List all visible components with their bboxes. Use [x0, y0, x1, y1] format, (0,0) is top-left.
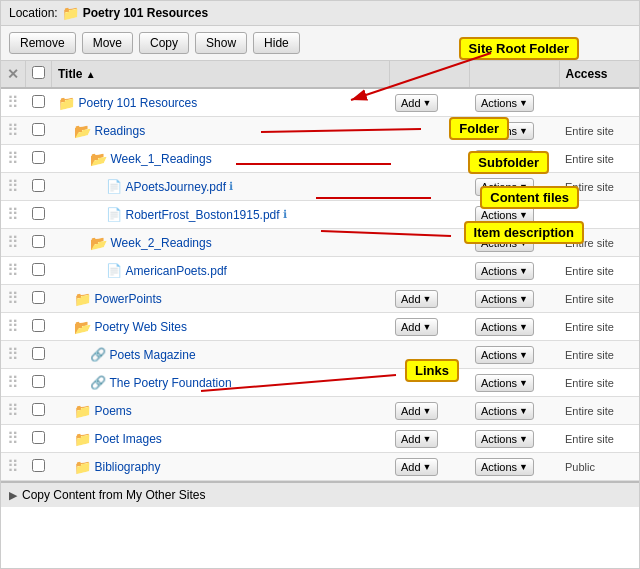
row-actions-cell: Actions ▼: [469, 257, 559, 285]
location-bar: Location: 📁 Poetry 101 Resources: [1, 1, 639, 26]
show-button[interactable]: Show: [195, 32, 247, 54]
item-title-link[interactable]: Week_1_Readings: [111, 152, 212, 166]
plus-folder-icon: 📁: [74, 403, 91, 419]
row-checkbox[interactable]: [32, 179, 45, 192]
item-title-link[interactable]: RobertFrost_Boston1915.pdf: [126, 208, 280, 222]
row-checkbox[interactable]: [32, 319, 45, 332]
item-title-link[interactable]: Poetry 101 Resources: [79, 96, 198, 110]
actions-button[interactable]: Actions ▼: [475, 290, 534, 308]
actions-button[interactable]: Actions ▼: [475, 94, 534, 112]
row-checkbox[interactable]: [32, 207, 45, 220]
item-title-link[interactable]: Poetry Web Sites: [95, 320, 187, 334]
actions-button[interactable]: Actions ▼: [475, 458, 534, 476]
drag-handle-icon[interactable]: ⠿: [7, 178, 19, 195]
actions-button[interactable]: Actions ▼: [475, 234, 534, 252]
th-title[interactable]: Title ▲: [52, 61, 390, 88]
row-access-cell: Entire site: [559, 173, 639, 201]
drag-handle-icon[interactable]: ⠿: [7, 150, 19, 167]
actions-button[interactable]: Actions ▼: [475, 262, 534, 280]
actions-button[interactable]: Actions ▼: [475, 402, 534, 420]
actions-button[interactable]: Actions ▼: [475, 430, 534, 448]
drag-handle-icon[interactable]: ⠿: [7, 94, 19, 111]
hide-button[interactable]: Hide: [253, 32, 300, 54]
plus-folder-icon: 📁: [74, 431, 91, 447]
drag-handle-cell: ⠿: [1, 285, 26, 313]
row-checkbox[interactable]: [32, 235, 45, 248]
item-title-link[interactable]: PowerPoints: [95, 292, 162, 306]
move-button[interactable]: Move: [82, 32, 133, 54]
copy-content-row[interactable]: ▶ Copy Content from My Other Sites: [1, 481, 639, 507]
drag-handle-icon[interactable]: ⠿: [7, 122, 19, 139]
table-row: ⠿📄RobertFrost_Boston1915.pdfℹActions ▼: [1, 201, 639, 229]
location-label: Location:: [9, 6, 58, 20]
actions-button[interactable]: Actions ▼: [475, 346, 534, 364]
drag-handle-icon[interactable]: ⠿: [7, 430, 19, 447]
drag-handle-icon[interactable]: ⠿: [7, 458, 19, 475]
row-checkbox[interactable]: [32, 431, 45, 444]
item-title-link[interactable]: Bibliography: [95, 460, 161, 474]
actions-dropdown-arrow: ▼: [519, 350, 528, 360]
drag-handle-icon[interactable]: ⠿: [7, 206, 19, 223]
row-checkbox[interactable]: [32, 291, 45, 304]
add-button[interactable]: Add ▼: [395, 402, 438, 420]
row-title-cell: 📂Week_1_Readings: [52, 145, 390, 173]
row-actions-cell: Actions ▼: [469, 117, 559, 145]
select-all-checkbox[interactable]: [32, 66, 45, 79]
subfolder-icon: 📂: [90, 151, 107, 167]
plus-folder-icon: 📁: [74, 459, 91, 475]
row-checkbox[interactable]: [32, 375, 45, 388]
drag-handle-icon[interactable]: ⠿: [7, 318, 19, 335]
actions-button[interactable]: Actions ▼: [475, 122, 534, 140]
drag-handle-icon[interactable]: ⠿: [7, 290, 19, 307]
actions-button[interactable]: Actions ▼: [475, 318, 534, 336]
add-button[interactable]: Add ▼: [395, 94, 438, 112]
plus-folder-icon: 📁: [74, 291, 91, 307]
row-add-cell: Add ▼: [389, 313, 469, 341]
drag-handle-icon[interactable]: ⠿: [7, 262, 19, 279]
location-folder-name: Poetry 101 Resources: [83, 6, 208, 20]
drag-handle-cell: ⠿: [1, 117, 26, 145]
item-title-link[interactable]: Poems: [95, 404, 132, 418]
item-title-link[interactable]: The Poetry Foundation: [110, 376, 232, 390]
drag-handle-cell: ⠿: [1, 229, 26, 257]
drag-handle-icon[interactable]: ⠿: [7, 234, 19, 251]
row-checkbox[interactable]: [32, 151, 45, 164]
add-button[interactable]: Add ▼: [395, 458, 438, 476]
actions-button[interactable]: Actions ▼: [475, 374, 534, 392]
actions-button[interactable]: Actions ▼: [475, 150, 534, 168]
row-checkbox[interactable]: [32, 403, 45, 416]
row-checkbox[interactable]: [32, 123, 45, 136]
row-title-cell: 📄APoetsJourney.pdfℹ: [52, 173, 390, 201]
row-access-cell: Entire site: [559, 341, 639, 369]
item-title-link[interactable]: Poets Magazine: [110, 348, 196, 362]
info-icon[interactable]: ℹ: [283, 208, 287, 221]
expand-arrow-icon: ▶: [9, 489, 17, 502]
copy-button[interactable]: Copy: [139, 32, 189, 54]
th-add: [389, 61, 469, 88]
add-button[interactable]: Add ▼: [395, 430, 438, 448]
row-actions-cell: Actions ▼: [469, 369, 559, 397]
add-button[interactable]: Add ▼: [395, 318, 438, 336]
item-title-link[interactable]: APoetsJourney.pdf: [126, 180, 227, 194]
item-title-link[interactable]: Readings: [95, 124, 146, 138]
actions-button[interactable]: Actions ▼: [475, 206, 534, 224]
row-checkbox[interactable]: [32, 347, 45, 360]
sort-arrow-icon: ▲: [86, 69, 96, 80]
row-checkbox[interactable]: [32, 459, 45, 472]
row-checkbox[interactable]: [32, 263, 45, 276]
actions-button[interactable]: Actions ▼: [475, 178, 534, 196]
th-drag: ✕: [1, 61, 26, 88]
row-checkbox[interactable]: [32, 95, 45, 108]
drag-handle-icon[interactable]: ⠿: [7, 346, 19, 363]
row-title-cell: 📄RobertFrost_Boston1915.pdfℹ: [52, 201, 390, 229]
add-button[interactable]: Add ▼: [395, 290, 438, 308]
drag-handle-icon[interactable]: ⠿: [7, 402, 19, 419]
info-icon[interactable]: ℹ: [229, 180, 233, 193]
drag-handle-icon[interactable]: ⠿: [7, 374, 19, 391]
item-title-link[interactable]: Poet Images: [95, 432, 162, 446]
item-title-link[interactable]: Week_2_Readings: [111, 236, 212, 250]
row-checkbox-cell: [26, 201, 52, 229]
remove-button[interactable]: Remove: [9, 32, 76, 54]
item-title-link[interactable]: AmericanPoets.pdf: [126, 264, 227, 278]
row-checkbox-cell: [26, 369, 52, 397]
